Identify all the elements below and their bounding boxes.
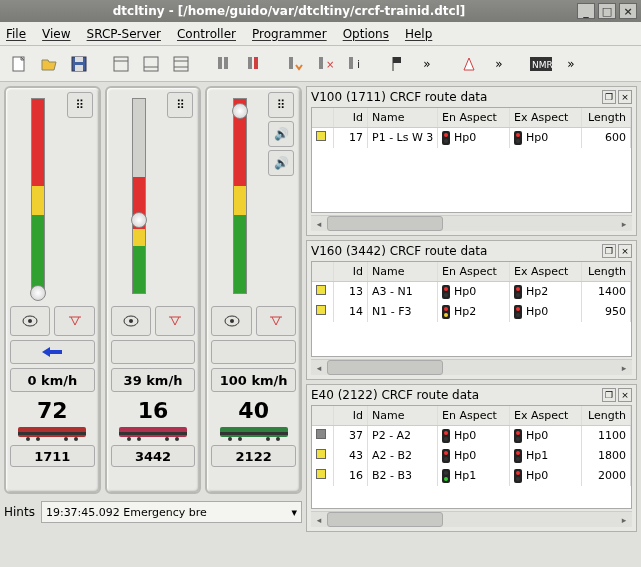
table-row[interactable]: 16 B2 - B3 Hp1 Hp0 2000: [312, 466, 631, 486]
menu-controller[interactable]: Controller: [177, 27, 236, 41]
svg-rect-11: [218, 57, 222, 69]
menu-programmer[interactable]: Programmer: [252, 27, 327, 41]
signal-icon: [442, 131, 450, 145]
speed-slider[interactable]: [132, 98, 146, 294]
header-en[interactable]: En Aspect: [438, 406, 510, 425]
headlight-icon[interactable]: [111, 306, 151, 336]
new-button[interactable]: [6, 51, 32, 77]
slider-handle[interactable]: [232, 103, 248, 119]
horizontal-scrollbar[interactable]: ◂ ▸: [311, 359, 632, 375]
header-ex[interactable]: Ex Aspect: [510, 108, 582, 127]
scroll-right-icon[interactable]: ▸: [616, 512, 632, 527]
cell-en-aspect: Hp2: [438, 302, 510, 322]
slider-handle[interactable]: [30, 285, 46, 301]
menu-options[interactable]: Options: [343, 27, 389, 41]
flag-button[interactable]: [384, 51, 410, 77]
open-button[interactable]: [36, 51, 62, 77]
speaker-icon[interactable]: 🔊: [268, 150, 294, 176]
svg-point-29: [26, 437, 30, 441]
table-row[interactable]: 14 N1 - F3 Hp2 Hp0 950: [312, 302, 631, 322]
minimize-button[interactable]: _: [577, 3, 595, 19]
menu-help[interactable]: Help: [405, 27, 432, 41]
view1-button[interactable]: [108, 51, 134, 77]
menu-file[interactable]: File: [6, 27, 26, 41]
header-name[interactable]: Name: [368, 406, 438, 425]
cone-button[interactable]: [456, 51, 482, 77]
more2-button[interactable]: »: [486, 51, 512, 77]
table-row[interactable]: 43 A2 - B2 Hp0 Hp1 1800: [312, 446, 631, 466]
header-ex[interactable]: Ex Aspect: [510, 406, 582, 425]
header-id[interactable]: Id: [334, 406, 368, 425]
menu-view[interactable]: View: [42, 27, 70, 41]
pantograph-icon[interactable]: [256, 306, 296, 336]
direction-button[interactable]: [211, 340, 296, 364]
svg-rect-46: [220, 432, 288, 435]
scroll-right-icon[interactable]: ▸: [616, 216, 632, 231]
hints-combo[interactable]: 19:37:45.092 Emergency bre ▾: [41, 501, 302, 523]
speaker-icon[interactable]: 🔊: [268, 121, 294, 147]
header-name[interactable]: Name: [368, 262, 438, 281]
dots-icon[interactable]: ⠿: [268, 92, 294, 118]
address-display: 3442: [111, 445, 196, 467]
scroll-left-icon[interactable]: ◂: [311, 216, 327, 231]
nmr-button[interactable]: NMR: [528, 51, 554, 77]
scroll-thumb[interactable]: [327, 216, 443, 231]
header-length[interactable]: Length: [582, 406, 631, 425]
scroll-left-icon[interactable]: ◂: [311, 512, 327, 527]
speed-slider[interactable]: [31, 98, 45, 294]
view3-button[interactable]: [168, 51, 194, 77]
headlight-icon[interactable]: [211, 306, 251, 336]
save-button[interactable]: [66, 51, 92, 77]
direction-button[interactable]: [10, 340, 95, 364]
cell-length: 1400: [582, 282, 631, 302]
header-en[interactable]: En Aspect: [438, 108, 510, 127]
signal1-button[interactable]: [210, 51, 236, 77]
signal2-button[interactable]: [240, 51, 266, 77]
loco-info-button[interactable]: i: [342, 51, 368, 77]
hints-value: 19:37:45.092 Emergency bre: [46, 506, 207, 519]
svg-point-43: [230, 319, 234, 323]
close-icon[interactable]: ×: [618, 244, 632, 258]
restore-icon[interactable]: ❐: [602, 90, 616, 104]
pantograph-icon[interactable]: [155, 306, 195, 336]
cell-name: B2 - B3: [368, 466, 438, 486]
table-header: Id Name En Aspect Ex Aspect Length: [312, 406, 631, 426]
header-id[interactable]: Id: [334, 262, 368, 281]
scroll-thumb[interactable]: [327, 512, 443, 527]
scroll-right-icon[interactable]: ▸: [616, 360, 632, 375]
dots-icon[interactable]: ⠿: [67, 92, 93, 118]
direction-button[interactable]: [111, 340, 196, 364]
maximize-button[interactable]: □: [598, 3, 616, 19]
slider-handle[interactable]: [131, 212, 147, 228]
header-ex[interactable]: Ex Aspect: [510, 262, 582, 281]
restore-icon[interactable]: ❐: [602, 244, 616, 258]
header-length[interactable]: Length: [582, 108, 631, 127]
close-icon[interactable]: ×: [618, 90, 632, 104]
scroll-thumb[interactable]: [327, 360, 443, 375]
header-name[interactable]: Name: [368, 108, 438, 127]
table-row[interactable]: 37 P2 - A2 Hp0 Hp0 1100: [312, 426, 631, 446]
signal-icon: [514, 469, 522, 483]
svg-rect-37: [119, 432, 187, 435]
loco-stop-button[interactable]: ×: [312, 51, 338, 77]
horizontal-scrollbar[interactable]: ◂ ▸: [311, 215, 632, 231]
header-en[interactable]: En Aspect: [438, 262, 510, 281]
menu-srcp[interactable]: SRCP-Server: [87, 27, 161, 41]
table-row[interactable]: 13 A3 - N1 Hp0 Hp2 1400: [312, 282, 631, 302]
close-icon[interactable]: ×: [618, 388, 632, 402]
restore-icon[interactable]: ❐: [602, 388, 616, 402]
view2-button[interactable]: [138, 51, 164, 77]
horizontal-scrollbar[interactable]: ◂ ▸: [311, 511, 632, 527]
scroll-left-icon[interactable]: ◂: [311, 360, 327, 375]
dots-icon[interactable]: ⠿: [167, 92, 193, 118]
close-button[interactable]: ×: [619, 3, 637, 19]
header-length[interactable]: Length: [582, 262, 631, 281]
header-id[interactable]: Id: [334, 108, 368, 127]
more1-button[interactable]: »: [414, 51, 440, 77]
table-row[interactable]: 17 P1 - Ls W 3 Hp0 Hp0 600: [312, 128, 631, 148]
more3-button[interactable]: »: [558, 51, 584, 77]
headlight-icon[interactable]: [10, 306, 50, 336]
speed-slider[interactable]: [233, 98, 247, 294]
pantograph-icon[interactable]: [54, 306, 94, 336]
loco-down-button[interactable]: [282, 51, 308, 77]
